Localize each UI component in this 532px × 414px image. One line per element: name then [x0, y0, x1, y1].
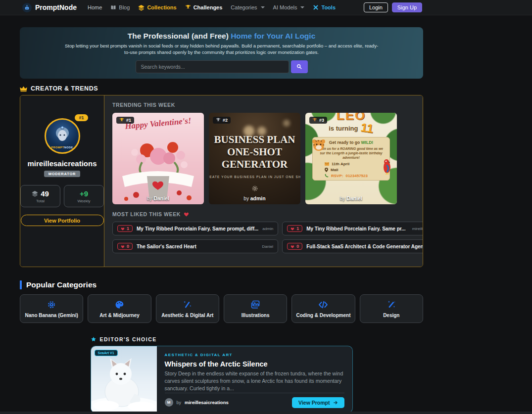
trending-cards: #1 Happy Valentine's! — [112, 113, 423, 204]
category-nano-banana[interactable]: Nano Banana (Gemini) — [20, 294, 83, 323]
liked-item[interactable]: 0 The Sailor's Sacred Heart Daniel — [112, 239, 278, 253]
avatar[interactable]: PROMPTNODE — [45, 118, 80, 154]
avatar-label: PROMPTNODE — [51, 146, 73, 149]
palette-icon — [114, 300, 124, 310]
prompt-description: Story Deep in the endless white expanse … — [165, 370, 344, 393]
login-button[interactable]: Login — [364, 2, 388, 12]
brand-name: PromptNode — [35, 3, 77, 11]
creator-card: PROMPTNODE #1 mireillesaicreations MODER… — [20, 95, 104, 267]
bokeh-light — [283, 120, 290, 127]
map-pin-icon — [325, 168, 328, 172]
card-byline: by admin — [209, 195, 300, 201]
gear-logo-icon — [209, 184, 300, 192]
star-icon — [91, 336, 97, 342]
nav-item-blog[interactable]: Blog — [110, 4, 130, 10]
creator-trends-heading: CREATOR & TRENDS — [20, 85, 423, 92]
moderator-badge: MODERATOR — [44, 171, 81, 177]
category-aesthetic-digital-art[interactable]: Aesthetic & Digital Art — [156, 294, 219, 323]
book-icon — [110, 4, 116, 10]
search-input[interactable] — [136, 60, 289, 73]
accent-bar — [20, 280, 22, 289]
category-illustrations[interactable]: Illustrations — [224, 294, 287, 323]
like-count-badge: 1 — [287, 225, 302, 232]
arctic-fox-image: SeaArt V1 — [91, 346, 157, 413]
next-section-edge — [0, 412, 532, 414]
bizplan-title: BUSINESS PLAN ONE-SHOT GENERATOR — [209, 134, 300, 170]
stat-weekly: +9 Weekly — [64, 185, 104, 207]
editors-choice-card[interactable]: SeaArt V1 AESTHETIC & DIGITAL ART — [91, 346, 353, 413]
liked-item[interactable]: 1 My Tiny Ribbed Porcelain Fairy. Same p… — [112, 222, 278, 235]
auth-buttons: Login Sign Up — [364, 2, 422, 12]
nav-item-challenges[interactable]: Challenges — [185, 4, 223, 10]
rank-1-badge: #1 — [116, 117, 134, 124]
category-design[interactable]: Design — [360, 294, 423, 323]
category-cards: Nano Banana (Gemini) Art & Midjourney Ae… — [20, 294, 423, 323]
prompt-category: AESTHETIC & DIGITAL ART — [165, 353, 344, 357]
liked-item[interactable]: 0 Full-Stack SaaS Architect & Code Gener… — [282, 239, 423, 253]
like-count-badge: 0 — [287, 243, 302, 250]
view-prompt-button[interactable]: View Prompt — [292, 397, 344, 408]
bizplan-tagline: CREATE YOUR BUSINESS PLAN IN JUST ONE SH… — [209, 175, 300, 179]
prompt-title: Whispers of the Arctic Silence — [165, 360, 344, 368]
stat-total: 49 Total — [20, 185, 60, 207]
search-button[interactable] — [291, 60, 308, 73]
nav-item-home[interactable]: Home — [88, 4, 102, 10]
tiger-icon — [311, 138, 326, 151]
creator-name[interactable]: mireillesaicreations — [27, 159, 97, 168]
chevron-down-icon — [261, 6, 265, 8]
like-count-badge: 1 — [117, 225, 133, 232]
hero-title: The Professional (and Free) Home for You… — [20, 32, 423, 41]
trends-column: TRENDING THIS WEEK #1 Happy Valentine's! — [104, 95, 423, 267]
search-icon — [296, 63, 302, 70]
trophy-icon — [185, 4, 191, 10]
nav-menu: Home Blog Collections — [88, 4, 364, 11]
creator-stats: 49 Total +9 Weekly — [20, 185, 104, 207]
like-count-badge: 0 — [117, 243, 133, 250]
rank-3-badge: #3 — [309, 117, 327, 124]
most-liked-list: 1 My Tiny Ribbed Porcelain Fairy. Same p… — [112, 222, 423, 253]
phone-icon — [325, 174, 329, 178]
author-name[interactable]: mireillesaicreations — [185, 400, 229, 405]
arrow-right-icon — [333, 400, 338, 405]
nav-item-collections[interactable]: Collections — [138, 4, 176, 11]
gear-icon — [47, 300, 56, 310]
stack-icon — [32, 190, 38, 197]
creator-trends-panel: PROMPTNODE #1 mireillesaicreations MODER… — [20, 95, 423, 267]
category-coding-development[interactable]: Coding & Development — [291, 294, 355, 323]
model-badge: SeaArt V1 — [95, 350, 118, 356]
code-icon — [318, 300, 328, 310]
top-navbar: PromptNode Home Blog Collections — [0, 0, 532, 15]
nav-item-ai-models[interactable]: AI Models — [273, 4, 305, 10]
robot-logo-icon — [22, 3, 32, 12]
main-content: The Professional (and Free) Home for You… — [20, 15, 423, 413]
trending-card-1[interactable]: #1 Happy Valentine's! — [112, 113, 204, 204]
trending-card-3[interactable]: #3 LEO is turning 11 — [305, 113, 397, 204]
search-bar — [20, 60, 423, 73]
trending-heading: TRENDING THIS WEEK — [112, 102, 423, 108]
nav-item-categories[interactable]: Categories — [231, 4, 264, 10]
signup-button[interactable]: Sign Up — [392, 2, 422, 12]
trending-card-2[interactable]: #2 BUSINESS PLAN ONE-SHOT GENERATOR CREA… — [209, 113, 300, 204]
view-portfolio-button[interactable]: View Portfolio — [21, 215, 104, 226]
liked-item[interactable]: 1 My Tiny Ribbed Porcelain Fairy. Same p… — [282, 222, 423, 235]
avatar-wrap: PROMPTNODE #1 — [45, 118, 80, 154]
images-icon — [250, 300, 260, 310]
editors-choice-footer: M by mireillesaicreations View Prompt — [165, 393, 344, 408]
hero-subtitle: Stop letting your best prompts vanish in… — [63, 43, 380, 56]
card-byline: by Daniel — [305, 195, 397, 201]
card-byline: by Daniel — [112, 195, 204, 201]
editors-choice-section: EDITOR'S CHOICE SeaArt V1 — [91, 336, 353, 413]
envelope-icon — [325, 162, 329, 166]
editors-choice-heading: EDITOR'S CHOICE — [91, 336, 353, 342]
tools-icon — [313, 4, 319, 10]
nav-item-tools[interactable]: Tools — [313, 4, 336, 10]
wand-sparkles-icon — [387, 300, 396, 310]
leo-title: LEO is turning 11 — [305, 113, 397, 135]
category-art-midjourney[interactable]: Art & Midjourney — [88, 294, 151, 323]
brand[interactable]: PromptNode — [22, 3, 77, 12]
rank-2-badge: #2 — [213, 117, 231, 124]
heart-icon — [184, 212, 189, 217]
layers-icon — [138, 4, 145, 11]
magic-wand-icon — [183, 300, 193, 310]
chevron-down-icon — [300, 6, 304, 8]
